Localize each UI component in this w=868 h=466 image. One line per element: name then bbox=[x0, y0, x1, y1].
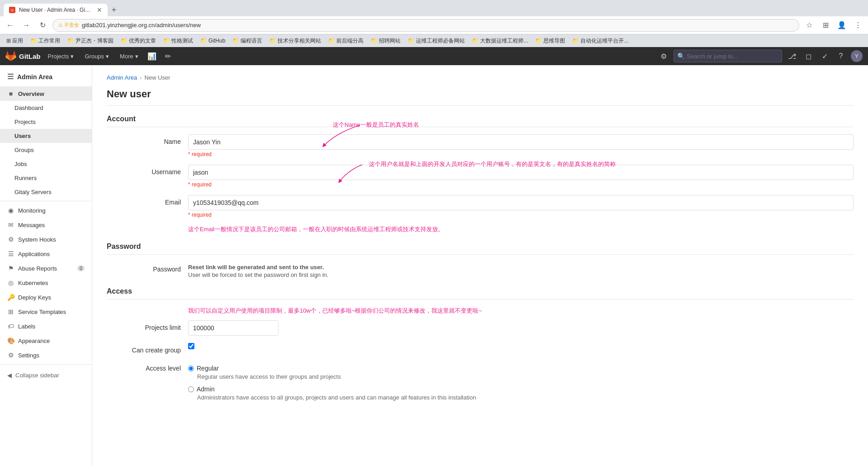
sidebar: ☰ Admin Area ■ Overview Dashboard Projec… bbox=[0, 65, 92, 466]
users-label: Users bbox=[14, 133, 31, 139]
kubernetes-icon: ◎ bbox=[7, 279, 14, 286]
can-create-group-checkbox-wrapper bbox=[188, 343, 854, 349]
name-field-content: * required bbox=[188, 134, 854, 157]
breadcrumb-current: New User bbox=[145, 74, 170, 81]
sidebar-item-kubernetes[interactable]: ◎ Kubernetes bbox=[0, 276, 92, 290]
breadcrumb-separator: › bbox=[140, 74, 142, 81]
bookmark-blog[interactable]: 📁尹正杰・博客园 bbox=[65, 36, 116, 46]
sidebar-divider-1 bbox=[0, 201, 92, 201]
chart-icon[interactable]: 📊 bbox=[146, 50, 158, 62]
sidebar-item-applications[interactable]: ☰ Applications bbox=[0, 247, 92, 261]
bookmark-mindmap[interactable]: 📁思维导图 bbox=[533, 36, 568, 46]
url-bar[interactable]: ⚠ 不安全 gitlab201.yinzhengjie.org.cn/admin… bbox=[52, 19, 799, 32]
applications-icon: ☰ bbox=[7, 250, 14, 257]
sidebar-item-messages[interactable]: ✉ Messages bbox=[0, 218, 92, 232]
sidebar-title: Admin Area bbox=[17, 73, 52, 81]
name-label: Name bbox=[107, 134, 188, 145]
sidebar-item-appearance[interactable]: 🎨 Appearance bbox=[0, 333, 92, 348]
bookmark-tech[interactable]: 📁技术分享相关网站 bbox=[267, 36, 324, 46]
todo-icon[interactable]: ✓ bbox=[818, 50, 831, 62]
bookmark-github[interactable]: 📁GitHub bbox=[198, 37, 228, 45]
new-tab-button[interactable]: + bbox=[108, 4, 120, 16]
sidebar-item-deploy-keys[interactable]: 🔑 Deploy Keys bbox=[0, 290, 92, 304]
bookmarks-bar: ⊞ 应用 📁工作常用 📁尹正杰・博客园 📁优秀的文章 📁性格测试 📁GitHub… bbox=[0, 34, 868, 47]
runners-label: Runners bbox=[14, 175, 37, 181]
admin-radio-input[interactable] bbox=[188, 386, 194, 392]
bookmark-ops[interactable]: 📁运维工程师必备网站 bbox=[405, 36, 467, 46]
bookmark-apps[interactable]: ⊞ 应用 bbox=[4, 36, 26, 46]
sidebar-item-dashboard[interactable]: Dashboard bbox=[0, 101, 92, 115]
password-section-title: Password bbox=[107, 243, 854, 255]
menu-button[interactable]: ⋮ bbox=[852, 19, 864, 32]
labels-icon: 🏷 bbox=[7, 323, 14, 330]
bookmark-auto[interactable]: 📁自动化运维平台开... bbox=[570, 36, 631, 46]
issues-icon[interactable]: ◻ bbox=[802, 50, 815, 62]
admin-area-icon[interactable]: ⚙ bbox=[657, 50, 670, 62]
admin-radio-label[interactable]: Admin bbox=[188, 385, 854, 393]
active-tab[interactable]: G New User · Admin Area · GitL... ✕ bbox=[4, 4, 108, 16]
user-avatar[interactable]: Y bbox=[851, 50, 863, 62]
projects-limit-content bbox=[188, 320, 854, 336]
help-icon[interactable]: ? bbox=[835, 50, 847, 62]
sidebar-item-users[interactable]: Users bbox=[0, 129, 92, 143]
sidebar-item-labels[interactable]: 🏷 Labels bbox=[0, 319, 92, 333]
search-input[interactable] bbox=[674, 50, 782, 62]
email-input[interactable] bbox=[188, 195, 854, 210]
service-templates-label: Service Templates bbox=[18, 309, 66, 315]
projects-nav-item[interactable]: Projects ▾ bbox=[44, 51, 78, 62]
pen-icon[interactable]: ✏ bbox=[162, 50, 175, 62]
sidebar-item-runners[interactable]: Runners bbox=[0, 171, 92, 185]
email-label: Email bbox=[107, 195, 188, 206]
gitlab-navbar: GitLab Projects ▾ Groups ▾ More ▾ 📊 ✏ ⚙ … bbox=[0, 47, 868, 65]
more-nav-item[interactable]: More ▾ bbox=[116, 51, 142, 62]
bookmark-button[interactable]: ☆ bbox=[803, 19, 816, 32]
access-level-content: Regular Regular users have access to the… bbox=[188, 365, 854, 406]
bookmark-langs[interactable]: 📁编程语言 bbox=[230, 36, 265, 46]
groups-label: Groups bbox=[14, 147, 34, 153]
forward-button[interactable]: → bbox=[20, 19, 33, 32]
deploy-keys-label: Deploy Keys bbox=[18, 294, 51, 301]
reload-button[interactable]: ↻ bbox=[36, 19, 49, 32]
applications-label: Applications bbox=[18, 251, 50, 257]
admin-area-header-icon: ☰ bbox=[7, 72, 14, 81]
sidebar-item-abuse[interactable]: ⚑ Abuse Reports 0 bbox=[0, 261, 92, 276]
extensions-button[interactable]: ⊞ bbox=[819, 19, 832, 32]
sidebar-item-service-templates[interactable]: ⊞ Service Templates bbox=[0, 304, 92, 319]
sidebar-item-groups[interactable]: Groups bbox=[0, 143, 92, 157]
nav-right-section: ⚙ 🔍 ⎇ ◻ ✓ ? Y bbox=[657, 50, 863, 62]
bookmark-personality[interactable]: 📁性格测试 bbox=[160, 36, 196, 46]
bookmark-jobs[interactable]: 📁招聘网站 bbox=[368, 36, 403, 46]
sidebar-item-projects[interactable]: Projects bbox=[0, 115, 92, 129]
tab-close-button[interactable]: ✕ bbox=[97, 6, 102, 14]
can-create-group-content bbox=[188, 343, 854, 349]
sidebar-item-overview[interactable]: ■ Overview bbox=[0, 86, 92, 101]
sidebar-item-gitaly[interactable]: Gitaly Servers bbox=[0, 185, 92, 199]
bookmark-frontend[interactable]: 📁前后端分高 bbox=[326, 36, 366, 46]
admin-description: Administrators have access to all groups… bbox=[197, 394, 854, 401]
bookmark-bigdata[interactable]: 📁大数据运维工程师... bbox=[469, 36, 531, 46]
breadcrumb-admin-area[interactable]: Admin Area bbox=[107, 74, 137, 81]
name-input[interactable] bbox=[188, 134, 854, 150]
bookmark-work[interactable]: 📁工作常用 bbox=[28, 36, 63, 46]
projects-limit-input[interactable] bbox=[188, 320, 278, 336]
regular-radio-label[interactable]: Regular bbox=[188, 365, 854, 372]
back-button[interactable]: ← bbox=[4, 19, 16, 32]
account-button[interactable]: 👤 bbox=[835, 19, 848, 32]
sidebar-item-hooks[interactable]: ⚙ System Hooks bbox=[0, 232, 92, 247]
regular-radio-input[interactable] bbox=[188, 366, 194, 371]
password-field-row: Password Reset link will be generated an… bbox=[107, 262, 854, 278]
password-info-line2: User will be forced to set the password … bbox=[188, 271, 854, 278]
merge-request-icon[interactable]: ⎇ bbox=[786, 50, 798, 62]
jobs-label: Jobs bbox=[14, 161, 27, 167]
sidebar-item-monitoring[interactable]: ◉ Monitoring bbox=[0, 203, 92, 218]
groups-nav-item[interactable]: Groups ▾ bbox=[81, 51, 113, 62]
sidebar-item-jobs[interactable]: Jobs bbox=[0, 157, 92, 171]
sidebar-item-settings[interactable]: ⚙ Settings bbox=[0, 348, 92, 362]
kubernetes-label: Kubernetes bbox=[18, 280, 48, 286]
bookmark-articles[interactable]: 📁优秀的文章 bbox=[118, 36, 159, 46]
browser-tab-bar: G New User · Admin Area · GitL... ✕ + bbox=[0, 0, 868, 16]
can-create-group-checkbox[interactable] bbox=[188, 343, 194, 349]
gitlab-logo[interactable]: GitLab bbox=[5, 51, 41, 62]
abuse-badge: 0 bbox=[77, 265, 85, 271]
collapse-sidebar-button[interactable]: ◀ Collapse sidebar bbox=[0, 368, 92, 382]
